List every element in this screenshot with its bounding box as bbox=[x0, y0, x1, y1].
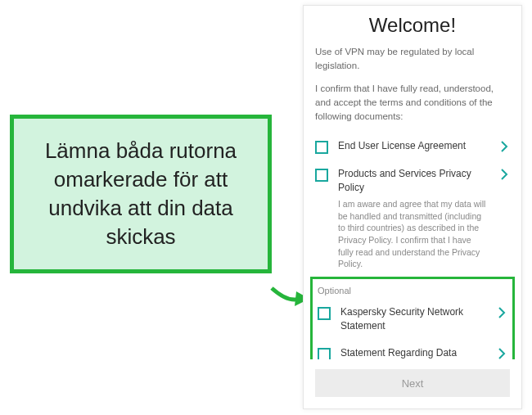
page-title: Welcome! bbox=[304, 14, 521, 37]
agreement-row-privacy[interactable]: Products and Services Privacy Policy I a… bbox=[315, 160, 510, 277]
optional-section-highlight: Optional Kaspersky Security Network Stat… bbox=[310, 277, 515, 359]
next-button-label: Next bbox=[402, 377, 424, 390]
agreement-subtext: I am aware and agree that my data will b… bbox=[338, 198, 489, 270]
agreement-label: Statement Regarding Data Processing for … bbox=[340, 346, 486, 359]
optional-header: Optional bbox=[318, 281, 507, 299]
instruction-callout: Lämna båda rutorna omarkerade för att un… bbox=[10, 115, 272, 273]
callout-text: Lämna båda rutorna omarkerade för att un… bbox=[29, 137, 253, 251]
chevron-right-icon[interactable] bbox=[496, 305, 507, 318]
welcome-screen: Welcome! Use of VPN may be regulated by … bbox=[303, 5, 522, 409]
checkbox-icon[interactable] bbox=[315, 141, 328, 154]
checkbox-icon[interactable] bbox=[318, 348, 331, 359]
agreement-row-eula[interactable]: End User License Agreement bbox=[315, 133, 510, 160]
chevron-right-icon[interactable] bbox=[498, 167, 510, 180]
checkbox-icon[interactable] bbox=[318, 307, 331, 320]
checkbox-icon[interactable] bbox=[315, 169, 328, 182]
chevron-right-icon[interactable] bbox=[496, 346, 507, 359]
agreement-label: End User License Agreement bbox=[338, 139, 489, 153]
agreement-label: Kaspersky Security Network Statement bbox=[340, 305, 486, 333]
agreement-row-ksn[interactable]: Kaspersky Security Network Statement bbox=[318, 299, 507, 340]
intro-text-2: I confirm that I have fully read, unders… bbox=[315, 82, 510, 123]
agreement-row-marketing[interactable]: Statement Regarding Data Processing for … bbox=[318, 340, 507, 359]
intro-text-1: Use of VPN may be regulated by local leg… bbox=[315, 45, 510, 72]
chevron-right-icon[interactable] bbox=[498, 139, 510, 152]
next-button[interactable]: Next bbox=[315, 369, 510, 397]
agreement-label: Products and Services Privacy Policy bbox=[338, 167, 489, 195]
